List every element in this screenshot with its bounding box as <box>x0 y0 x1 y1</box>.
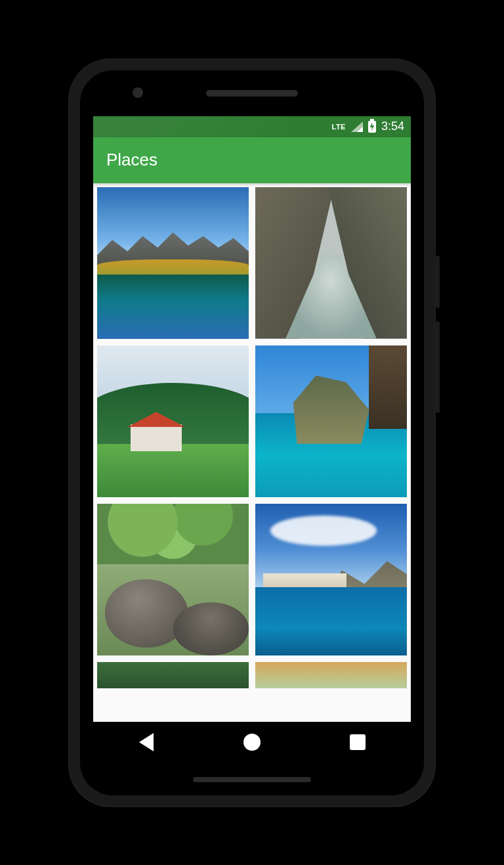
place-tile[interactable] <box>97 504 249 655</box>
place-tile[interactable] <box>97 662 249 688</box>
places-grid[interactable] <box>93 183 411 722</box>
place-tile[interactable] <box>97 345 249 497</box>
status-clock: 3:54 <box>381 120 404 133</box>
front-camera <box>133 87 143 98</box>
place-tile[interactable] <box>255 504 407 655</box>
app-bar: Places <box>93 137 411 183</box>
device-frame: LTE 3:54 Places <box>68 58 436 807</box>
navigation-bar <box>93 722 411 763</box>
status-bar: LTE 3:54 <box>93 116 411 137</box>
earpiece-speaker <box>206 90 298 97</box>
recents-icon <box>350 734 366 750</box>
home-button[interactable] <box>229 734 275 751</box>
network-label: LTE <box>331 123 345 131</box>
back-icon <box>139 733 154 751</box>
power-button <box>436 255 440 308</box>
volume-button <box>436 321 440 413</box>
back-button[interactable] <box>123 733 169 751</box>
signal-icon <box>351 122 363 132</box>
recents-button[interactable] <box>335 734 381 750</box>
app-title: Places <box>106 150 158 170</box>
place-tile[interactable] <box>255 662 407 688</box>
bottom-speaker <box>193 777 311 782</box>
battery-icon <box>368 121 376 133</box>
place-tile[interactable] <box>97 187 249 339</box>
place-tile[interactable] <box>255 187 407 339</box>
place-tile[interactable] <box>255 345 407 497</box>
screen: LTE 3:54 Places <box>93 116 411 763</box>
home-icon <box>243 734 261 751</box>
